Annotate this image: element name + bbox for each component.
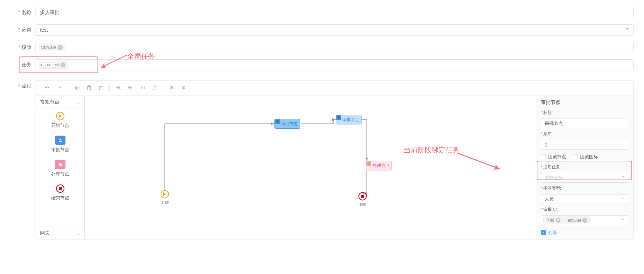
flow-canvas[interactable]: start 👤 审批节点 👤 审批节点 🔒 处理节点 end 当前阶段绑定任务 xyxy=(85,96,536,239)
canvas-end-label: end xyxy=(359,202,366,207)
checkbox-icon xyxy=(573,154,578,159)
canvas-start-node[interactable] xyxy=(161,190,169,198)
tag-close-icon[interactable]: × xyxy=(61,62,65,67)
canvas-end-node[interactable] xyxy=(358,192,367,200)
properties-panel: 审批节点 标题: 顺序: 隐藏节点 隐藏图标 之后任务: xyxy=(536,96,633,239)
palette-section-regular[interactable]: 常规节点 ⌄ xyxy=(36,96,84,108)
canvas-start-label: start xyxy=(161,200,169,205)
panel-approver-label: 审批人: xyxy=(541,207,628,213)
svg-rect-5 xyxy=(100,87,102,90)
panel-approver-select[interactable]: 李四 × lanyulei × xyxy=(541,215,628,225)
template-label: 模版 xyxy=(10,44,31,51)
category-label: 分类 xyxy=(10,27,31,33)
tag-close-icon[interactable]: × xyxy=(556,218,560,223)
undo-button[interactable] xyxy=(42,83,53,93)
panel-after-task-select[interactable]: 选择任务 xyxy=(541,173,628,183)
approve-node-icon xyxy=(55,136,65,145)
template-tag: VMware × xyxy=(39,44,65,51)
toolbar-separator xyxy=(163,85,163,91)
panel-title: 审批节点 xyxy=(541,99,628,106)
redo-button[interactable] xyxy=(54,83,64,93)
process-node-icon xyxy=(55,160,65,169)
category-row: 分类 test xyxy=(10,24,634,36)
svg-line-13 xyxy=(131,89,132,90)
approver-tag: lanyulei × xyxy=(564,216,590,224)
approver-tag: 李四 × xyxy=(543,216,563,224)
toolbar-separator xyxy=(109,85,110,91)
auto-layout-button[interactable] xyxy=(149,83,159,93)
palette-start-node[interactable]: 开始节点 xyxy=(36,108,84,132)
panel-assign-type-label: 指派类型: xyxy=(541,185,628,191)
chevron-down-icon: ⌄ xyxy=(77,100,80,105)
cosign-checkbox[interactable]: ✓ 会签 xyxy=(541,229,628,236)
zoom-out-button[interactable] xyxy=(125,83,135,93)
end-node-icon xyxy=(56,184,64,193)
svg-rect-2 xyxy=(76,87,79,90)
lock-icon: 🔒 xyxy=(366,161,371,166)
panel-title-label: 标题: xyxy=(541,110,628,116)
template-row: 模版 VMware × xyxy=(10,42,634,53)
panel-after-task-label: 之后任务: xyxy=(541,164,628,170)
chevron-down-icon: ⌄ xyxy=(77,231,80,236)
panel-order-label: 顺序: xyxy=(541,131,628,137)
task-tag: echo_test × xyxy=(39,61,68,69)
template-tag-input[interactable]: VMware × xyxy=(36,42,634,53)
svg-rect-1 xyxy=(75,86,78,89)
checkbox-icon: ✓ xyxy=(541,230,546,235)
delete-button[interactable] xyxy=(95,83,106,93)
annotation-arrow-icon xyxy=(457,152,502,171)
node-palette: 常规节点 ⌄ 开始节点 审批节点 处理节点 结束节点 xyxy=(36,96,85,239)
copy-button[interactable] xyxy=(72,83,82,93)
canvas-process-node[interactable]: 🔒 处理节点 xyxy=(366,161,392,170)
hide-icon-checkbox[interactable]: 隐藏图标 xyxy=(573,154,598,160)
name-input[interactable] xyxy=(36,7,634,18)
task-row: 全局任务 任务 echo_test × xyxy=(10,59,634,70)
category-select[interactable]: test xyxy=(36,24,634,36)
layer-front-button[interactable] xyxy=(166,83,177,93)
canvas-approve-node-2[interactable]: 👤 审批节点 xyxy=(336,115,362,124)
user-icon: 👤 xyxy=(275,119,280,124)
toolbar-separator xyxy=(68,85,68,91)
svg-text:1:1: 1:1 xyxy=(140,86,145,90)
user-icon: 👤 xyxy=(336,115,341,120)
svg-rect-18 xyxy=(60,163,61,164)
start-node-icon xyxy=(56,112,64,120)
palette-section-gateway[interactable]: 网关 ⌄ xyxy=(36,227,84,239)
svg-point-16 xyxy=(59,139,61,140)
palette-process-node[interactable]: 处理节点 xyxy=(36,157,84,181)
fit-button[interactable]: 1:1 xyxy=(137,83,147,93)
name-label: 名称 xyxy=(10,9,31,16)
svg-rect-17 xyxy=(59,163,62,166)
hide-node-checkbox[interactable]: 隐藏节点 xyxy=(541,154,566,160)
flow-editor: 1:1 常规节点 ⌄ 开始节点 审批节点 xyxy=(36,80,634,239)
checkbox-icon xyxy=(541,154,546,159)
svg-line-9 xyxy=(119,89,121,90)
panel-title-input[interactable] xyxy=(541,119,628,128)
annotation-global-task: 全局任务 xyxy=(127,52,155,61)
annotation-stage-bind-task: 当前阶段绑定任务 xyxy=(404,145,459,155)
task-tag-input[interactable]: echo_test × xyxy=(36,59,634,70)
palette-approve-node[interactable]: 审批节点 xyxy=(36,132,84,157)
task-label: 任务 xyxy=(10,62,31,68)
zoom-in-button[interactable] xyxy=(113,83,124,93)
svg-line-19 xyxy=(457,153,500,169)
tag-close-icon[interactable]: × xyxy=(582,218,587,223)
flow-toolbar: 1:1 xyxy=(36,81,633,96)
panel-assign-type-select[interactable]: 人员 xyxy=(541,194,628,204)
flow-label: 流程 xyxy=(10,80,31,239)
panel-order-input[interactable] xyxy=(541,140,628,150)
paste-button[interactable] xyxy=(84,83,94,93)
canvas-approve-node-1[interactable]: 👤 审批节点 xyxy=(274,119,300,129)
tag-close-icon[interactable]: × xyxy=(58,45,63,50)
name-row: 名称 xyxy=(10,7,634,18)
layer-back-button[interactable] xyxy=(178,83,189,93)
palette-end-node[interactable]: 结束节点 xyxy=(36,181,84,205)
